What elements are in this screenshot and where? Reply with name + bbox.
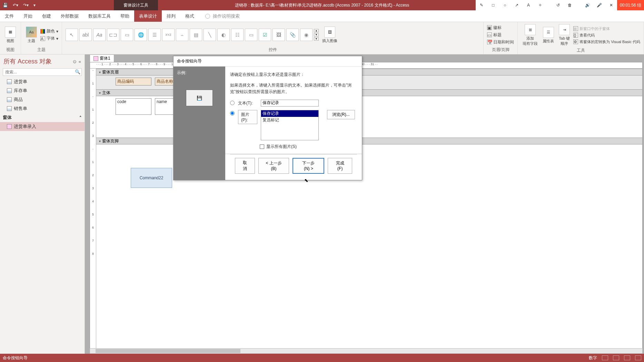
radio-picture[interactable] [230, 111, 235, 115]
finish-button[interactable]: 完成(F) [328, 158, 352, 174]
views-button[interactable]: ▦ 视图 [3, 26, 17, 44]
text-icon[interactable]: A [523, 0, 534, 10]
close-icon[interactable]: ✕ [605, 0, 617, 10]
tab-database-tools[interactable]: 数据库工具 [83, 10, 116, 22]
colors-button[interactable]: 颜色 ▾ [40, 28, 58, 34]
tab-help[interactable]: 帮助 [116, 10, 134, 22]
insert-break-icon[interactable]: ⫠ [176, 29, 188, 41]
tell-me-search[interactable]: 操作说明搜索 [199, 10, 240, 22]
square-icon[interactable]: □ [487, 0, 499, 10]
fonts-button[interactable]: A字体 ▾ [40, 36, 58, 41]
picture-list-item[interactable]: 复选标记 [261, 117, 318, 123]
save-icon[interactable]: 💾 [3, 3, 8, 8]
command-button-22[interactable]: Command22 [131, 168, 172, 188]
view-layout-icon[interactable] [624, 355, 630, 360]
show-all-checkbox[interactable] [260, 144, 264, 149]
image-tool-icon[interactable]: 🖼 [273, 29, 285, 41]
line-tool-icon[interactable]: ╲ [204, 29, 216, 41]
checkbox-tool-icon[interactable]: ☑ [259, 29, 271, 41]
bulb-icon [205, 14, 210, 19]
tab-arrange[interactable]: 排列 [162, 10, 180, 22]
highlight-icon[interactable]: ✧ [534, 0, 546, 10]
convert-macros-button[interactable]: ⚙将窗体的宏转换为 Visual Basic 代码 [573, 39, 640, 44]
add-fields-button[interactable]: ⊞添加 现有字段 [521, 23, 539, 47]
view-form-icon[interactable] [602, 355, 608, 360]
nav-item-form[interactable]: 进货单录入 [0, 122, 85, 131]
tab-external-data[interactable]: 外部数据 [56, 10, 83, 22]
speaker-icon[interactable]: 🔊 [582, 0, 594, 10]
nav-group-forms[interactable]: 窗体˄ [0, 113, 85, 122]
tab-tool-icon[interactable]: ▭ [121, 29, 133, 41]
views-label: 视图 [7, 38, 14, 43]
list-tool-icon[interactable]: ▤ [190, 29, 202, 41]
tab-format[interactable]: 格式 [180, 10, 199, 22]
logo-button[interactable]: ▣徽标 [487, 25, 514, 31]
themes-icon: Aa [26, 27, 37, 38]
property-sheet-button[interactable]: ☰属性表 [541, 26, 555, 44]
select-tool-icon[interactable]: ↖ [66, 29, 78, 41]
link-tool-icon[interactable]: 🌐 [135, 29, 147, 41]
back-button[interactable]: < 上一步(B) [258, 158, 289, 174]
table-icon [7, 97, 12, 102]
revert-icon[interactable]: ↺ [552, 0, 564, 10]
textbox-code[interactable]: code [116, 98, 151, 115]
qat-customize-icon[interactable]: ▾ [33, 3, 36, 8]
nav-search-input[interactable] [3, 68, 82, 76]
browse-button[interactable]: 浏览(R)... [327, 110, 355, 119]
label-tool-icon[interactable]: Aa [93, 29, 106, 41]
rect-tool-icon[interactable]: ▭ [245, 29, 257, 41]
view-datasheet-icon[interactable] [613, 355, 619, 360]
title-button[interactable]: ▭标题 [487, 32, 514, 38]
arrow-icon[interactable]: ↗ [511, 0, 523, 10]
tab-home[interactable]: 开始 [19, 10, 37, 22]
subform-new-window-button[interactable]: ⊞新窗口中的子窗体 [573, 26, 640, 31]
gallery-scroll[interactable]: ▴▾▾ [314, 29, 319, 41]
view-design-icon[interactable] [635, 355, 641, 360]
list2-tool-icon[interactable]: ☷ [231, 29, 244, 41]
chevron-up-icon: ˄ [79, 115, 82, 120]
scrollbar-thumb[interactable] [96, 349, 240, 353]
mic-icon[interactable]: 🎤 [594, 0, 605, 10]
option-tool-icon[interactable]: ◉ [300, 29, 313, 41]
text-caption-input[interactable] [261, 100, 319, 107]
view-code-button[interactable]: {}查看代码 [573, 33, 640, 38]
picture-list-item[interactable]: 保存记录 [261, 110, 318, 117]
form-tab[interactable]: 窗体1 [90, 54, 114, 62]
nav-item-table[interactable]: 进货单 [0, 77, 85, 86]
button-tool-icon[interactable]: ⊏⊐ [107, 29, 119, 41]
search-icon[interactable]: 🔍 [75, 69, 80, 74]
nav-item-table[interactable]: 库存单 [0, 86, 85, 95]
controls-gallery[interactable]: ↖ abl Aa ⊏⊐ ▭ 🌐 ☰ XYZ ⫠ ▤ ╲ ◐ ☷ ▭ ☑ 🖼 📎 … [66, 29, 319, 41]
label-code[interactable]: 商品编码 [116, 78, 151, 86]
textbox-tool-icon[interactable]: abl [79, 29, 92, 41]
nav-item-table[interactable]: 商品 [0, 95, 85, 104]
pen-icon[interactable]: ✎ [476, 0, 487, 10]
table-icon [7, 88, 12, 93]
nav-dropdown-icon[interactable]: ⊙ [73, 59, 77, 64]
themes-button[interactable]: Aa 主题 [24, 26, 38, 44]
combo-tool-icon[interactable]: XYZ [162, 29, 175, 41]
redo-icon[interactable]: ↷▾ [23, 3, 29, 8]
nav-collapse-icon[interactable]: « [79, 59, 81, 64]
wizard-buttons: 取消 < 上一步(B) 下一步(N) > 完成(F) [230, 154, 357, 177]
undo-icon[interactable]: ↶▾ [13, 3, 18, 8]
insert-image-button[interactable]: 🖼 插入图像 [321, 26, 339, 44]
tab-create[interactable]: 创建 [37, 10, 56, 22]
nav-tool-icon[interactable]: ☰ [148, 29, 161, 41]
nav-header[interactable]: 所有 Access 对象 ⊙« [0, 54, 85, 67]
tab-file[interactable]: 文件 [0, 10, 19, 22]
nav-item-table[interactable]: 销售单 [0, 104, 85, 113]
attach-tool-icon[interactable]: 📎 [286, 29, 299, 41]
picture-list[interactable]: 保存记录 复选标记 [261, 110, 319, 140]
circle-icon[interactable]: ○ [499, 0, 511, 10]
datetime-button[interactable]: 📅日期和时间 [487, 39, 514, 45]
radio-text[interactable] [230, 101, 235, 105]
tab-order-button[interactable]: ⇥Tab 键 顺序 [557, 23, 571, 47]
toggle-tool-icon[interactable]: ◐ [217, 29, 230, 41]
wizard-instruction-2: 如果选择文本，请键入所需显示的文本。如果选择图片，可单击"浏览"按钮以查找所需显… [230, 82, 357, 95]
horizontal-scrollbar[interactable] [90, 348, 643, 354]
cancel-button[interactable]: 取消 [235, 158, 255, 174]
trash-icon[interactable]: 🗑 [564, 0, 576, 10]
tab-form-design[interactable]: 表单设计 [134, 10, 162, 22]
next-button[interactable]: 下一步(N) > [293, 158, 324, 174]
